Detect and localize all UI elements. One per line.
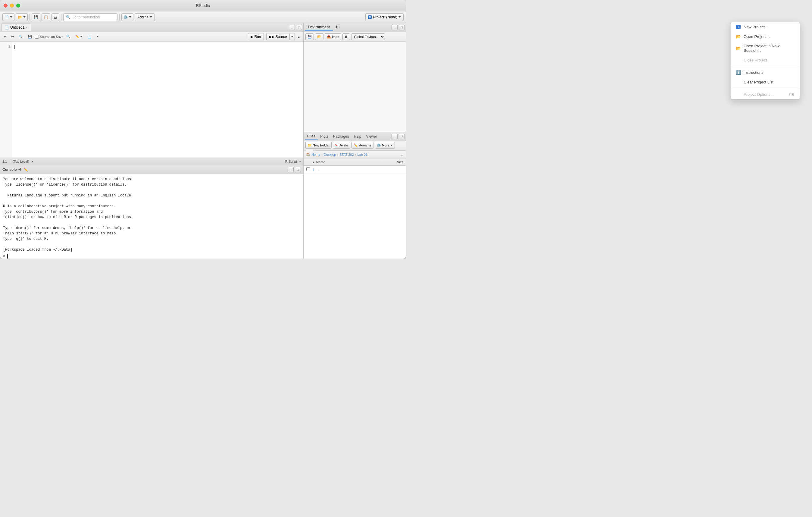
maximize-button[interactable] (16, 4, 20, 7)
files-header: ▲ Name Size (303, 159, 406, 166)
editor-options-icon: ≡ (298, 35, 300, 38)
file-checkbox-cell (306, 167, 312, 172)
tab-packages-label: Packages (333, 134, 349, 139)
minimize-files-button[interactable]: _ (392, 134, 398, 139)
delete-icon: ✕ (335, 143, 338, 147)
source-dropdown-button[interactable] (290, 33, 295, 40)
addins-label: Addins (137, 15, 148, 19)
minimize-button[interactable] (10, 4, 14, 7)
breadcrumb-lab01[interactable]: Lab 01 (357, 153, 368, 156)
console-output[interactable]: You are welcome to redistribute it under… (0, 174, 303, 258)
console-prompt[interactable]: > (3, 254, 300, 258)
tab-environment[interactable]: Environment (305, 24, 333, 31)
tab-files[interactable]: Files (305, 133, 318, 140)
editor-tab-close-button[interactable]: ✕ (26, 26, 28, 29)
console-tab-bar: Console ~/ ✏️ _ □ (0, 165, 303, 174)
close-button[interactable] (4, 4, 7, 7)
open-icon: 📂 (18, 15, 22, 19)
context-dropdown-icon: ▾ (32, 160, 33, 163)
save-workspace-button[interactable]: 💾 (306, 33, 314, 40)
new-file-dropdown-icon (10, 16, 12, 18)
tab-packages[interactable]: Packages (331, 133, 351, 140)
run-button[interactable]: ▶ Run (248, 33, 264, 40)
files-pane-controls: _ □ (392, 134, 405, 139)
run-label: Run (255, 35, 261, 39)
project-logo: R (368, 16, 372, 19)
compile-button[interactable]: 📃 (86, 33, 93, 40)
toolbar-separator-2 (61, 14, 61, 21)
more-icon: ⚙️ (377, 143, 381, 147)
undo-button[interactable]: ↩ (2, 33, 8, 40)
import-icon: 📥 (327, 35, 331, 38)
save-button[interactable]: 💾 (32, 13, 40, 21)
redo-button[interactable]: ↪ (9, 33, 16, 40)
breadcrumb-desktop[interactable]: Desktop (324, 153, 336, 156)
file-checkbox[interactable] (306, 167, 310, 171)
save-all-button[interactable]: 📋 (41, 13, 50, 21)
import-data-button[interactable]: 📥 Impo (325, 33, 341, 40)
clear-icon: 🗑 (345, 35, 348, 38)
minimize-editor-button[interactable]: _ (289, 25, 295, 30)
breadcrumb-stat202[interactable]: STAT 202 (340, 153, 354, 156)
breadcrumb-home[interactable]: Home (312, 153, 320, 156)
breadcrumb-more-button[interactable]: … (399, 152, 404, 157)
delete-label: Delete (339, 143, 348, 147)
clear-workspace-button[interactable]: 🗑 (343, 33, 350, 40)
open-dropdown-icon (23, 16, 26, 18)
right-panel: Environment Hi _ □ 💾 📂 (303, 23, 406, 258)
environment-selector[interactable]: Global Environ... (351, 33, 385, 40)
breadcrumb-sep-1: › (321, 153, 323, 156)
print-button[interactable]: 🖨 (52, 13, 59, 21)
tab-plots[interactable]: Plots (318, 133, 331, 140)
editor-tab-untitled1[interactable]: 📄 Untitled1 ✕ (1, 24, 31, 31)
open-file-button[interactable]: 📂 (16, 13, 28, 21)
new-file-button[interactable]: 📄 (2, 13, 14, 21)
parent-dir-icon: ↑ (312, 167, 314, 172)
maximize-env-button[interactable]: □ (399, 25, 405, 30)
source-button[interactable]: ▶▶ Source (266, 33, 290, 40)
delete-button[interactable]: ✕ Delete (333, 142, 350, 148)
more-button[interactable]: ⚙️ More (375, 142, 395, 148)
editor-pane: 📄 Untitled1 ✕ _ □ ↩ ↪ (0, 23, 303, 165)
console-working-dir: ~/ (18, 168, 21, 172)
addins-button[interactable]: Addins (135, 13, 155, 21)
go-to-file-input[interactable]: 🔍 Go to file/function (63, 13, 117, 21)
code-editor[interactable] (12, 41, 303, 157)
main-toolbar: 📄 📂 💾 📋 🖨 🔍 Go to file/function ⚙️ Addin (0, 11, 406, 23)
load-workspace-button[interactable]: 📂 (315, 33, 323, 40)
editor-tab-bar: 📄 Untitled1 ✕ _ □ (0, 23, 303, 32)
tab-environment-label: Environment (308, 25, 330, 29)
tab-history[interactable]: Hi (333, 24, 343, 31)
tab-help[interactable]: Help (351, 133, 364, 140)
workspace-dropdown-icon (129, 16, 131, 18)
tab-help-label: Help (354, 134, 361, 139)
code-tools-dropdown-icon (80, 36, 83, 37)
source-on-save-checkbox[interactable] (35, 35, 39, 38)
console-tab[interactable]: Console ~/ (2, 168, 21, 172)
file-name: .. (314, 168, 379, 172)
minimize-env-button[interactable]: _ (392, 25, 398, 30)
files-tab-bar: Files Plots Packages Help Viewer (303, 132, 406, 141)
minimize-console-button[interactable]: _ (288, 167, 294, 172)
options-button[interactable] (94, 33, 100, 40)
maximize-files-button[interactable]: □ (399, 134, 405, 139)
rename-button[interactable]: ✏️ Rename (351, 142, 374, 148)
code-tools-button[interactable]: ✏️ (74, 33, 84, 40)
list-item[interactable]: ↑ .. (303, 166, 406, 174)
print-icon: 🖨 (54, 15, 57, 19)
tab-viewer[interactable]: Viewer (364, 133, 379, 140)
find-button[interactable]: 🔍 (17, 33, 25, 40)
maximize-editor-button[interactable]: □ (296, 25, 302, 30)
rename-icon: ✏️ (354, 143, 358, 147)
new-folder-button[interactable]: 📁 New Folder (306, 142, 331, 148)
save-editor-button[interactable]: 💾 (26, 33, 34, 40)
console-tab-label: Console (2, 168, 17, 172)
maximize-console-button[interactable]: □ (295, 167, 301, 172)
zoom-icon: 🔍 (66, 35, 70, 38)
editor-options-button[interactable]: ≡ (296, 33, 301, 40)
zoom-button[interactable]: 🔍 (64, 33, 72, 40)
console-text: You are welcome to redistribute it under… (3, 177, 300, 253)
project-button[interactable]: R Project: (None) (365, 13, 404, 21)
workspace-button[interactable]: ⚙️ (121, 13, 134, 21)
find-icon: 🔍 (19, 35, 23, 38)
